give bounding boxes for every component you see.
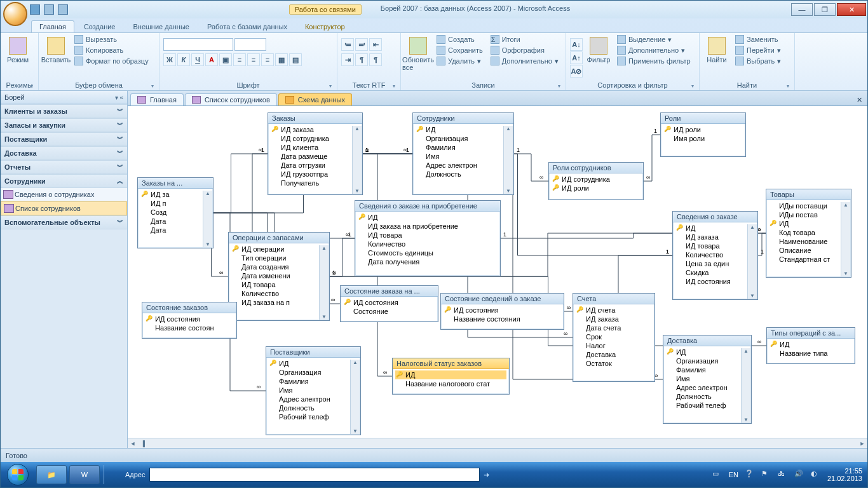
field[interactable]: ИД товара xyxy=(358,231,498,240)
table-header[interactable]: Счета xyxy=(573,294,654,304)
table-header[interactable]: Сотрудники xyxy=(413,113,513,124)
table-roli[interactable]: РолиИД ролиИмя роли xyxy=(660,112,746,157)
replace-button[interactable]: Заменить xyxy=(733,34,783,44)
field[interactable]: ИДы постав xyxy=(769,210,848,219)
table-postav[interactable]: ПоставщикиИДОрганизацияФамилияИмяАдрес э… xyxy=(266,346,361,435)
qat-undo-icon[interactable] xyxy=(44,4,54,15)
field[interactable]: Название типа xyxy=(770,349,852,358)
field[interactable]: Стандартная ст xyxy=(769,255,848,264)
table-scheta[interactable]: СчетаИД счетаИД заказаДата счетаСрокНало… xyxy=(573,293,655,382)
field[interactable]: ИД xyxy=(666,348,749,356)
relationships-canvas[interactable]: 1∞1∞1∞1∞1∞1∞1∞1∞1∞1∞1∞1∞1∞1∞1∞1∞1∞1∞1∞1∞… xyxy=(128,106,867,448)
table-oper[interactable]: Операции с запасамиИД операцииТип операц… xyxy=(228,232,330,321)
select-button[interactable]: Выбрать ▾ xyxy=(733,56,783,66)
goto-button[interactable]: Перейти ▾ xyxy=(733,45,783,55)
field[interactable]: Остаток xyxy=(576,359,652,368)
field[interactable]: ИД за xyxy=(140,190,210,199)
selection-filter-button[interactable]: Выделение ▾ xyxy=(614,34,693,44)
bold-button[interactable]: Ж xyxy=(163,53,176,66)
save-record-button[interactable]: Сохранить xyxy=(434,45,485,55)
field[interactable]: Организация xyxy=(666,356,749,365)
field[interactable]: Наименование xyxy=(769,237,848,246)
more-records-button[interactable]: Дополнительно ▾ xyxy=(488,56,561,66)
field[interactable]: Должность xyxy=(416,170,511,179)
field[interactable]: Фамилия xyxy=(269,377,358,386)
table-header[interactable]: Заказы xyxy=(268,113,362,124)
nav-group-header[interactable]: Сотрудники︽ xyxy=(1,174,127,188)
address-input[interactable] xyxy=(149,468,480,482)
underline-button[interactable]: Ч xyxy=(191,53,204,66)
field[interactable]: Рабочий телеф xyxy=(269,412,358,421)
table-roli_sotr[interactable]: Роли сотрудниковИД сотрудникаИД роли xyxy=(548,162,644,200)
field[interactable]: Адрес электрон xyxy=(416,161,511,170)
table-header[interactable]: Роли сотрудников xyxy=(549,163,643,173)
table-header[interactable]: Налоговый статус заказов xyxy=(393,358,509,369)
field[interactable]: ИД товара xyxy=(231,280,327,289)
table-header[interactable]: Состояние заказа на ... xyxy=(341,286,438,297)
table-header[interactable]: Состояние заказов xyxy=(142,302,236,313)
nav-group-header[interactable]: Клиенты и заказы︾ xyxy=(1,104,127,118)
alt-row-button[interactable]: ▤ xyxy=(289,53,302,66)
ribbon-tab[interactable]: Конструктор xyxy=(297,20,353,32)
field[interactable]: ИД xyxy=(416,125,511,134)
field[interactable]: Стоимость единицы xyxy=(358,248,498,257)
scrollbar[interactable] xyxy=(841,202,850,276)
table-nalog[interactable]: Налоговый статус заказовИДНазвание налог… xyxy=(392,358,510,395)
field[interactable]: Дата xyxy=(140,217,210,226)
field[interactable]: Количество xyxy=(675,250,755,259)
maximize-button[interactable]: ❐ xyxy=(814,3,836,16)
field[interactable]: Организация xyxy=(269,368,358,377)
qat-redo-icon[interactable] xyxy=(58,4,68,15)
field[interactable]: Должность xyxy=(666,392,749,401)
scrollbar[interactable] xyxy=(319,245,329,320)
field[interactable]: ИД заказа xyxy=(675,233,755,241)
field[interactable]: ИД роли xyxy=(552,184,641,193)
clear-sort-button[interactable]: A⊘ xyxy=(570,65,583,78)
nav-group-header[interactable]: Поставщики︾ xyxy=(1,132,127,146)
ribbon-tab[interactable]: Работа с базами данных xyxy=(199,20,295,32)
network-icon[interactable]: 🖧 xyxy=(778,470,788,480)
gridlines-button[interactable]: ▦ xyxy=(275,53,288,66)
table-header[interactable]: Сведения о заказе на приобретение xyxy=(355,201,500,212)
field[interactable]: ИД операции xyxy=(231,245,327,254)
table-tovary[interactable]: ТоварыИДы поставщиИДы поставИДКод товара… xyxy=(766,189,851,278)
bullets-button[interactable]: ≔ xyxy=(341,38,354,51)
table-tipy_oper[interactable]: Типы операций с за...ИДНазвание типа xyxy=(766,327,855,364)
field[interactable]: Доставка xyxy=(576,350,652,359)
ribbon-tab[interactable]: Создание xyxy=(76,20,124,32)
field[interactable]: Дата счета xyxy=(576,323,652,332)
field[interactable]: ИД заказа на п xyxy=(231,298,327,307)
rtl-button[interactable]: ¶ xyxy=(369,53,382,66)
table-sost_zakazov[interactable]: Состояние заказовИД состоянияНазвание со… xyxy=(142,302,237,339)
ribbon-tab[interactable]: Внешние данные xyxy=(125,20,198,32)
format-painter-button[interactable]: Формат по образцу xyxy=(72,56,151,66)
nav-header[interactable]: Борей▾ « xyxy=(1,91,127,104)
tray-icon[interactable]: ◐ xyxy=(811,470,821,480)
table-sost_sved[interactable]: Состояние сведений о заказеИД состоянияН… xyxy=(440,293,564,330)
field[interactable]: Фамилия xyxy=(666,365,749,374)
field[interactable]: Дата размеще xyxy=(271,152,360,161)
view-button[interactable]: Режим xyxy=(4,34,31,64)
new-record-button[interactable]: Создать xyxy=(434,34,485,44)
field[interactable]: ИД xyxy=(395,370,506,379)
ltr-button[interactable]: ¶ xyxy=(355,53,368,66)
scrollbar[interactable] xyxy=(203,191,212,247)
field[interactable]: Адрес электрон xyxy=(269,395,358,403)
field[interactable]: ИД роли xyxy=(663,125,743,134)
field[interactable]: ИД состояния xyxy=(343,298,435,307)
doc-tab[interactable]: Список сотрудников xyxy=(185,93,277,105)
field[interactable]: Дата создания xyxy=(231,262,327,271)
field[interactable]: ИД xyxy=(769,219,848,228)
field[interactable]: Состояние xyxy=(343,307,435,316)
field[interactable]: Дата получения xyxy=(358,257,498,266)
field[interactable]: Должность xyxy=(269,403,358,412)
copy-button[interactable]: Копировать xyxy=(72,45,151,55)
field[interactable]: ИД заказа xyxy=(576,315,652,323)
nav-group-header[interactable]: Отчеты︾ xyxy=(1,160,127,174)
sort-desc-button[interactable]: A↑ xyxy=(570,51,583,64)
field[interactable]: ИД счета xyxy=(576,306,652,315)
table-zakazy_na[interactable]: Заказы на ...ИД заИД пСоздДатаДата xyxy=(137,177,214,248)
table-header[interactable]: Поставщики xyxy=(266,347,360,358)
filter-button[interactable]: Фильтр xyxy=(585,34,612,64)
indent-inc-button[interactable]: ⇥ xyxy=(341,53,354,66)
